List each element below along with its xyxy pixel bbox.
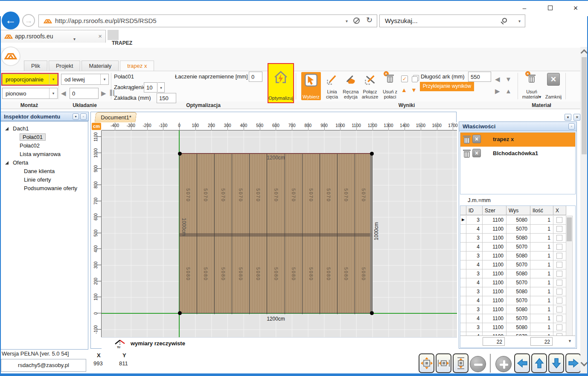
pan-left-button[interactable] — [514, 353, 530, 373]
offset-input[interactable] — [70, 88, 99, 99]
scrollbar-thumb[interactable] — [567, 217, 572, 241]
total-width-box[interactable]: 22 — [483, 337, 505, 346]
nudge-down-icon[interactable]: ▼ — [505, 75, 512, 83]
table-row[interactable]: ▶3110050801 — [460, 216, 566, 225]
rounding-combo[interactable]: 10 — [144, 82, 157, 93]
roof-sheet[interactable]: 5070 — [338, 154, 355, 237]
roof-sheet[interactable]: 5070 — [232, 154, 250, 237]
ribbon-tab-trapez x[interactable]: trapez x — [120, 61, 154, 71]
account-box[interactable]: rsdachy5@zasoby.pl — [1, 359, 86, 372]
panel-close-icon[interactable]: ✕ — [573, 114, 580, 121]
row-checkbox[interactable] — [556, 217, 562, 223]
pages-icon[interactable] — [412, 76, 418, 82]
corner-handle[interactable] — [370, 152, 374, 156]
overlap-input[interactable] — [157, 93, 176, 103]
checked-checkbox-icon[interactable]: ✓ — [401, 75, 408, 82]
snap-results-toggle[interactable]: Przyklejanie wyników — [420, 82, 474, 91]
row-checkbox[interactable] — [556, 271, 562, 277]
roof-sheet[interactable]: 5080 — [338, 234, 355, 314]
app-logo[interactable] — [1, 46, 20, 66]
table-row[interactable]: 4110050701 — [460, 243, 566, 252]
unit-badge[interactable]: cm — [92, 123, 101, 130]
table-row[interactable]: 3110050801 — [460, 287, 566, 296]
ribbon-tab-Plik[interactable]: Plik — [24, 61, 47, 71]
panel-dropdown-icon[interactable]: ▾ — [73, 113, 79, 120]
zoom-out-button[interactable] — [470, 356, 486, 372]
close-button[interactable]: × — [570, 3, 581, 13]
delete-material-button[interactable]: × Usuń materiał▾ — [521, 72, 543, 100]
move-up-icon[interactable]: ▲ — [401, 87, 407, 93]
tree-item-dach1[interactable]: Dach1 — [1, 125, 88, 133]
roof-sheet[interactable]: 5080 — [180, 234, 197, 314]
roof-sheet[interactable]: 5080 — [267, 234, 285, 314]
join-sheets-button[interactable]: Połącz arkusze — [360, 72, 380, 100]
chevron-down-icon[interactable]: ▾ — [49, 74, 57, 84]
refresh-icon[interactable]: ↻ — [366, 15, 373, 25]
table-row[interactable]: 3110050801 — [460, 269, 566, 278]
address-dropdown-icon[interactable]: ▾ — [346, 19, 348, 23]
tree-item-podsumowanie-oferty[interactable]: Podsumowanie oferty — [1, 185, 88, 193]
roof-sheet[interactable]: 5070 — [197, 154, 215, 237]
tree-item-linie-oferty[interactable]: Linie oferty — [1, 176, 88, 184]
trash-icon[interactable] — [463, 149, 471, 158]
zoom-slider[interactable] — [490, 354, 491, 373]
browser-tab[interactable]: app.rsroofs.eu × — [0, 30, 106, 43]
alternating-join-input[interactable] — [249, 72, 262, 82]
roof-sheet[interactable]: 5070 — [250, 154, 267, 237]
tree-item-lista-wymiarowa[interactable]: Lista wymiarowa — [1, 150, 88, 159]
back-button[interactable]: ← — [2, 12, 20, 29]
document-tab[interactable]: Document1* — [94, 112, 137, 122]
table-row[interactable]: 4110050701 — [460, 278, 566, 287]
chevron-down-icon[interactable]: ▾ — [49, 88, 57, 98]
table-row[interactable]: 3110050801 — [460, 234, 566, 243]
pan-down-button[interactable] — [548, 353, 564, 373]
search-dropdown-icon[interactable]: ▾ — [518, 19, 521, 23]
roof-sheet[interactable]: 5080 — [320, 234, 338, 314]
roof-sheet[interactable]: 5080 — [285, 234, 303, 314]
corner-handle[interactable] — [370, 311, 374, 315]
column-header-id[interactable]: ID — [466, 206, 483, 215]
panel-collapse-icon[interactable]: ▫ — [80, 113, 87, 120]
column-header-wys[interactable]: Wys — [506, 206, 530, 215]
roof-sheet[interactable]: 5080 — [215, 234, 232, 314]
roof-sheet[interactable]: 5070 — [303, 154, 320, 237]
column-header-selector[interactable] — [460, 206, 466, 215]
chevron-down-icon[interactable]: ▾ — [100, 74, 108, 84]
remove-icon[interactable]: × — [472, 149, 481, 157]
roof-slope-drawing[interactable]: 5070507050705070507050705070507050705070… — [179, 153, 373, 313]
row-checkbox[interactable] — [556, 324, 562, 330]
roof-sheet[interactable]: 5080 — [232, 234, 250, 314]
remove-from-slope-button[interactable]: × Usuń z połaci — [380, 72, 400, 100]
roof-sheet[interactable]: 5080 — [303, 234, 320, 314]
material-item-trapez-x[interactable]: ×trapez x — [460, 133, 575, 147]
tree-item-oferta[interactable]: Oferta — [1, 159, 88, 167]
address-bar[interactable]: http://app.rsroofs.eu/pl/RSD5/RSD5 ▾ ↻ — [38, 14, 377, 27]
row-checkbox[interactable] — [556, 315, 562, 321]
tree-item-połać02[interactable]: Połać02 — [1, 142, 88, 150]
nudge-left-icon[interactable]: ◀ — [495, 75, 500, 83]
table-row[interactable]: 3110050801 — [460, 305, 566, 314]
forward-button[interactable]: → — [22, 14, 35, 27]
optimize-button[interactable]: Optymalizuj — [268, 64, 293, 102]
roof-sheet[interactable]: 5070 — [267, 154, 285, 237]
panel-collapse-icon[interactable]: ▫ — [568, 123, 575, 130]
row-checkbox[interactable] — [556, 307, 562, 312]
remove-icon[interactable]: × — [472, 135, 481, 143]
mount-mode-combo[interactable]: proporcjonalnie ▾ — [2, 74, 58, 85]
total-count-box[interactable]: 22 — [530, 337, 553, 346]
table-row[interactable]: 4110050701 — [460, 225, 566, 234]
table-row[interactable]: 4110050701 — [460, 260, 566, 269]
select-tool-button[interactable]: Wybierz — [301, 72, 321, 100]
offset-left-icon[interactable]: ◀ — [61, 90, 66, 97]
corner-handle[interactable] — [178, 152, 182, 156]
zoom-fit-width-button[interactable] — [436, 353, 451, 373]
ribbon-tab-Materiały[interactable]: Materiały — [82, 61, 119, 71]
maximize-button[interactable] — [544, 3, 556, 13]
zoom-fit-all-button[interactable] — [419, 353, 434, 373]
row-checkbox[interactable] — [556, 235, 562, 241]
scrollbar-down-icon[interactable]: ▼ — [568, 339, 572, 343]
roof-sheet[interactable]: 5070 — [320, 154, 338, 237]
qat-dropdown-icon[interactable]: ▾ — [73, 37, 76, 41]
row-checkbox[interactable] — [556, 226, 562, 232]
table-row[interactable]: 4110050701 — [460, 314, 566, 323]
